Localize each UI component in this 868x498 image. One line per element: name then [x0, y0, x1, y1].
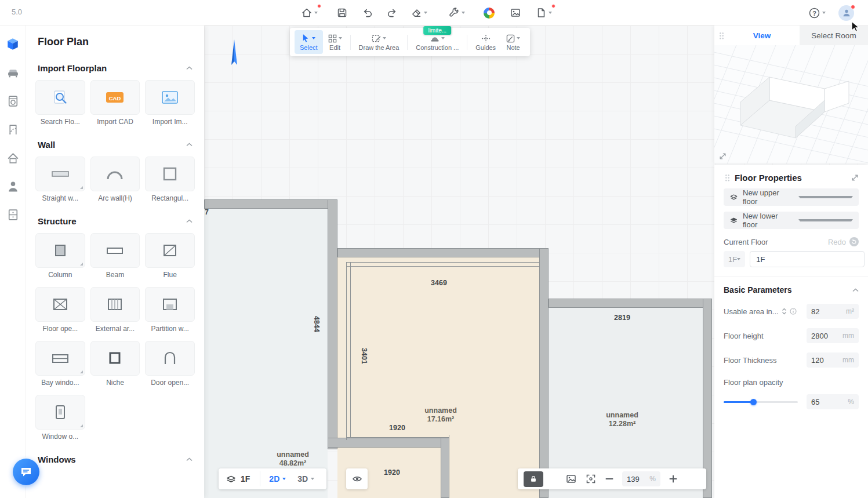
- card-door-opening[interactable]: Door open...: [145, 341, 195, 387]
- tab-select-room[interactable]: Select Room: [800, 26, 868, 45]
- help-button[interactable]: ?: [806, 5, 828, 21]
- card-beam[interactable]: Beam: [90, 233, 140, 279]
- chat-support-button[interactable]: [13, 459, 39, 485]
- card-flue[interactable]: Flue: [145, 233, 195, 279]
- 3d-preview[interactable]: [714, 45, 868, 163]
- chevron-up-icon[interactable]: [186, 457, 193, 461]
- visibility-button[interactable]: [346, 468, 368, 489]
- drag-handle-icon[interactable]: [725, 174, 730, 181]
- room-middle[interactable]: [337, 257, 539, 498]
- save-button[interactable]: [334, 5, 350, 21]
- eraser-button[interactable]: [408, 5, 430, 21]
- new-lower-floor-button[interactable]: New lower floor: [724, 212, 859, 229]
- section-import-floorplan[interactable]: Import Floorplan: [35, 63, 195, 73]
- tool-note[interactable]: Note: [501, 30, 525, 54]
- card-bay-window[interactable]: Bay windo...: [35, 341, 85, 387]
- opacity-input[interactable]: [811, 398, 848, 406]
- wall-vertical-middle[interactable]: [539, 248, 549, 498]
- redo-button[interactable]: Redo: [828, 237, 859, 246]
- chevron-up-icon[interactable]: [186, 66, 193, 70]
- zoom-input[interactable]: [627, 475, 647, 484]
- chevron-up-icon[interactable]: [186, 219, 193, 223]
- wall-top-right[interactable]: [549, 299, 712, 308]
- expand-panel-icon[interactable]: [851, 174, 859, 181]
- mode-3d-button[interactable]: 3D: [292, 474, 320, 484]
- background-image-button[interactable]: [565, 473, 577, 485]
- dimension-label[interactable]: 1920: [377, 468, 406, 477]
- card-arc-wall[interactable]: Arc wall(H): [90, 157, 140, 202]
- rail-item-appliances[interactable]: [2, 89, 24, 112]
- wall-vertical-bottom[interactable]: [441, 438, 449, 498]
- home-button[interactable]: [299, 5, 320, 21]
- opacity-slider[interactable]: [724, 398, 798, 405]
- dimension-label[interactable]: 3469: [424, 279, 453, 287]
- dimension-label[interactable]: 4844: [313, 316, 321, 332]
- zoom-level-field[interactable]: %: [622, 471, 660, 486]
- stepper-icon[interactable]: [782, 308, 787, 315]
- dimension-label[interactable]: 2819: [608, 314, 637, 322]
- rail-item-people[interactable]: [2, 175, 24, 198]
- floor-selector[interactable]: 1F: [219, 474, 257, 485]
- lock-button[interactable]: [524, 471, 543, 487]
- usable-area-field[interactable]: m²: [807, 304, 859, 319]
- card-niche[interactable]: Niche: [90, 341, 140, 387]
- zoom-in-button[interactable]: [669, 474, 678, 484]
- card-external-area[interactable]: External ar...: [90, 287, 140, 333]
- info-icon[interactable]: [790, 308, 797, 315]
- wall-top-left[interactable]: [204, 199, 337, 209]
- image-gallery-button[interactable]: [507, 5, 524, 21]
- dimension-label[interactable]: 7: [205, 208, 209, 216]
- render-button[interactable]: [481, 5, 497, 21]
- card-partition-wall[interactable]: Partition w...: [145, 287, 195, 333]
- card-rectangular-room[interactable]: Rectangul...: [145, 157, 195, 202]
- mode-2d-button[interactable]: 2D: [263, 474, 292, 484]
- redo-button[interactable]: [384, 5, 400, 21]
- resize-handle-icon[interactable]: [719, 152, 727, 160]
- tool-guides[interactable]: Guides: [470, 30, 501, 54]
- card-straight-wall[interactable]: Straight w...: [35, 157, 85, 202]
- rail-item-storage[interactable]: [2, 203, 24, 226]
- tool-edit[interactable]: Edit: [323, 30, 347, 54]
- usable-area-input[interactable]: [811, 307, 846, 316]
- card-window-opening[interactable]: Window o...: [35, 395, 85, 441]
- card-floor-opening[interactable]: Floor ope...: [35, 287, 85, 333]
- rail-item-furniture[interactable]: [2, 61, 24, 84]
- card-import-image[interactable]: Import Im...: [145, 80, 195, 126]
- account-button[interactable]: [836, 3, 856, 23]
- chevron-up-icon[interactable]: [852, 288, 859, 292]
- opacity-field[interactable]: %: [807, 394, 859, 409]
- slider-handle[interactable]: [750, 399, 757, 405]
- wall-top-middle[interactable]: [337, 248, 549, 257]
- dimension-label[interactable]: 1920: [383, 424, 412, 432]
- floor-height-field[interactable]: mm: [807, 328, 859, 343]
- section-structure[interactable]: Structure: [35, 216, 195, 226]
- floor-height-input[interactable]: [811, 332, 842, 340]
- fit-to-screen-button[interactable]: [585, 473, 597, 485]
- card-column[interactable]: Column: [35, 233, 85, 279]
- undo-button[interactable]: [359, 5, 376, 21]
- section-windows[interactable]: Windows: [35, 455, 195, 464]
- zoom-out-button[interactable]: [605, 474, 614, 484]
- dimension-label[interactable]: 3401: [360, 348, 368, 364]
- rail-item-floorplan[interactable]: [2, 32, 24, 56]
- rail-item-roof[interactable]: [2, 146, 24, 169]
- card-import-cad[interactable]: CAD Import CAD: [90, 80, 140, 126]
- floor-select-dropdown[interactable]: 1F: [724, 251, 745, 267]
- tool-draw-the-area[interactable]: Draw the Area: [354, 30, 405, 54]
- section-wall[interactable]: Wall: [35, 140, 195, 150]
- tool-select[interactable]: Select: [295, 30, 323, 54]
- wall-vertical-left[interactable]: [328, 199, 337, 449]
- document-button[interactable]: [533, 5, 554, 21]
- floor-thickness-field[interactable]: mm: [807, 352, 859, 368]
- tool-construction[interactable]: limite... Construction ...: [411, 30, 464, 54]
- tools-button[interactable]: [446, 5, 467, 21]
- new-upper-floor-button[interactable]: New upper floor: [724, 188, 859, 206]
- rail-item-doors-windows[interactable]: [2, 118, 24, 141]
- floor-thickness-input[interactable]: [811, 356, 842, 365]
- basic-parameters-header[interactable]: Basic Parameters: [714, 277, 868, 295]
- chevron-up-icon[interactable]: [186, 143, 193, 147]
- card-search-floorplan[interactable]: Search Flo...: [35, 80, 85, 126]
- floor-name-input[interactable]: [750, 251, 865, 267]
- tab-view[interactable]: View: [724, 26, 800, 45]
- drag-handle-icon[interactable]: [719, 32, 724, 39]
